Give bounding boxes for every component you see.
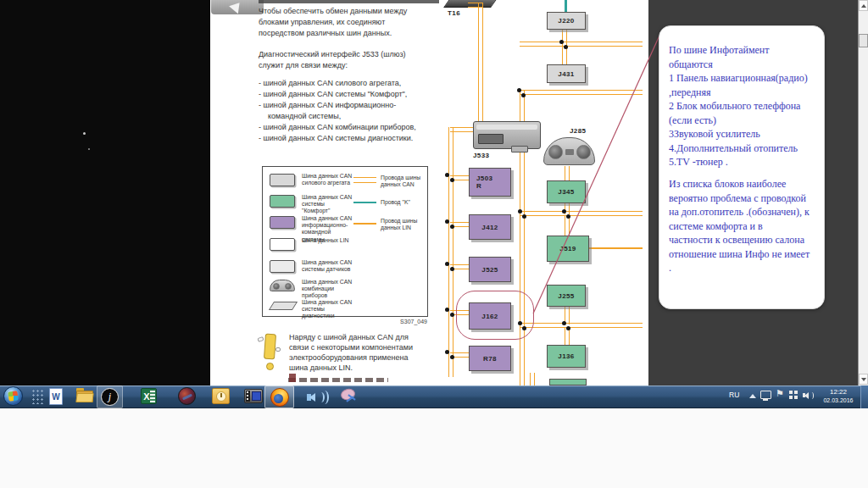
junction-dot [445,308,449,312]
legend-label: Шина данных CAN системы диагностики [302,299,353,320]
junction-dot [564,45,568,49]
clock-time: 12:22 [817,388,860,396]
junction-dot [518,209,522,214]
utility-app-icon[interactable] [341,389,358,406]
lin-swatch [270,238,295,251]
node-cut-off [549,379,587,385]
k-wire [565,0,567,12]
updates-icon[interactable] [789,391,798,399]
cut-text-mark [289,374,296,382]
node-label: J345 [558,188,574,196]
j533-label: J533 [473,152,489,159]
explorer-icon[interactable] [76,391,93,402]
node-label: J519 [559,245,576,252]
doc-paragraph-2: Диагностический интерфейс J533 (шлюз) сл… [259,49,430,71]
excel-letter: X [143,391,149,402]
annotation-paragraph-1: По шине Инфотаймент общаются 1 Панель на… [669,43,823,169]
junction-dot [445,262,449,266]
doc-bullet-list: - шиной данных CAN силового агрегата, - … [259,78,433,144]
pixel-speck [88,148,90,150]
can-bus-wire [448,127,453,377]
word-icon[interactable]: W [49,388,63,405]
cut-text-line [259,0,439,3]
mail-icon[interactable] [212,388,230,404]
can-infotainment-swatch [270,216,295,229]
can-wires-sample [353,177,376,183]
node-label: J220 [558,17,574,25]
node-label: J525 [481,266,498,274]
can-wire [450,127,473,132]
tray-clock[interactable]: 12:22 02.03.2016 [817,388,860,405]
node-j136: J136 [547,345,586,368]
scrollbar[interactable] [858,0,868,385]
media-app-icon[interactable] [178,387,196,405]
show-desktop-button[interactable] [860,385,868,408]
node-label: J503 [476,175,492,182]
legend-box: Шина данных CAN силового агрегата Шина д… [262,166,428,317]
j533-gateway-icon [473,121,541,149]
doc-bullet: - шиной данных CAN информационно-командн… [259,100,433,122]
junction-dot [517,88,521,92]
doc-bullet: - шиной данных CAN силового агрегата, [259,78,433,89]
legend-label: Шина данных CAN комбинации приборов [302,279,353,300]
tray-volume-icon[interactable] [803,391,815,401]
can-wire [565,328,570,345]
language-indicator[interactable]: RU [729,391,739,399]
can-wire [520,323,643,328]
junction-dot [445,173,449,177]
excel-icon[interactable]: X [141,388,157,404]
junction-dot [450,225,454,229]
doc-bullet: - шиной данных CAN комбинации приборов, [259,122,433,133]
node-j431: J431 [547,64,586,83]
scroll-down-button[interactable] [859,374,868,385]
scroll-up-button[interactable] [859,0,868,11]
node-j220: J220 [547,12,586,30]
junction-dot [566,326,570,330]
note-text: Наряду с шиной данных CAN для связи с не… [289,332,428,373]
doc-bullet: - шиной данных CAN системы "Комфорт", [259,89,433,100]
can-drive-swatch [270,174,295,186]
firefox-icon[interactable] [264,385,294,408]
j-letter: j [108,391,111,403]
can-wire [520,211,643,216]
can-wire [520,90,643,95]
can-wire [565,216,570,236]
junction-dot [562,209,566,214]
word-letter: W [52,392,59,402]
action-center-flag-icon[interactable]: ⚑ [776,389,784,398]
t16-label: T16 [448,9,460,17]
network-icon[interactable] [760,391,771,399]
can-wire [520,42,643,47]
node-label: R [476,182,481,190]
desktop: Чтобы обеспечить обмен данными между бло… [0,0,868,488]
junction-dot [450,267,454,271]
k-wire-sample [353,202,376,203]
arrow-up-icon [861,4,866,8]
j-viewer-icon[interactable]: j [97,385,123,408]
scrollbar-thumb[interactable] [859,34,868,47]
junction-dot [562,321,566,325]
node-label: J136 [558,352,574,360]
node-j503: J503 R [469,168,511,197]
node-label: R78 [483,355,497,363]
junction-dot [445,219,449,224]
legend-label: Шина данных CAN системы "Комфорт" [302,194,353,215]
volume-mixer-icon[interactable] [307,389,329,406]
legend-label: Шина данных LIN [302,237,353,244]
caution-figure-icon [257,332,284,374]
legend-wire-label: Провод "K" [381,199,428,206]
can-wire [565,166,570,180]
junction-dot [566,214,570,219]
node-j255: J255 [547,285,586,307]
node-j525: J525 [469,257,511,282]
movie-maker-icon[interactable] [244,389,263,403]
node-label: J255 [558,292,574,300]
lin-wire-sample [353,223,376,225]
can-wire [530,373,535,385]
legend-wire-label: Провод шины данных LIN [381,218,428,231]
clock-date: 02.03.2016 [817,396,860,405]
tray-expand-icon[interactable] [749,394,756,398]
cut-text-line [288,378,388,382]
can-sensor-swatch [270,260,295,273]
junction-dot [450,355,454,359]
